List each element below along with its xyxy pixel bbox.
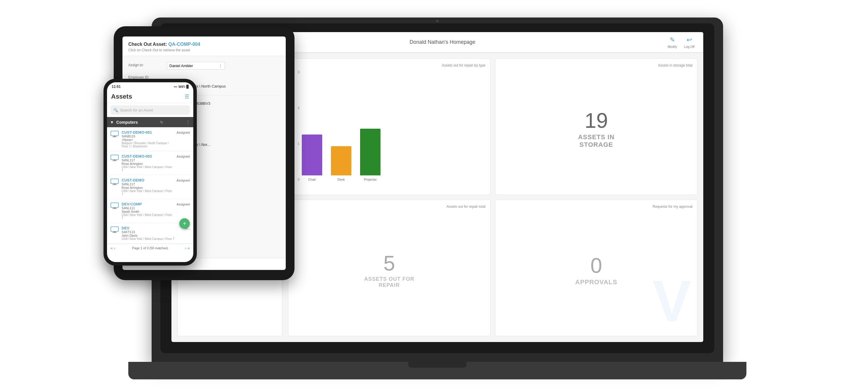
checkout-asset-link[interactable]: QA-COMP-004: [168, 42, 200, 47]
bar-desk: [331, 146, 351, 175]
asset-serial-5: S4KT113: [122, 230, 182, 234]
bar-projector-label: Projector: [364, 178, 377, 181]
svg-rect-30: [111, 203, 118, 207]
logoff-button[interactable]: ↩ Log Off: [684, 36, 694, 49]
approvals-label: APPROVALS: [575, 278, 617, 286]
phone-asset-info-5: DEV S4KT113 John Davis USA \ New York \ …: [122, 226, 182, 241]
asset-location-1: Belgium \ Brussels \ North Campus \ Floo…: [122, 142, 174, 148]
computer-icon-1: [111, 131, 119, 137]
scene: VIZOR Donald Nathan's Homepage ✎ Modify …: [0, 0, 868, 389]
phone-asset-item-4[interactable]: DEV-COMP S4NL111 Sarah Smith USA \ New Y…: [107, 199, 193, 223]
checkout-header: Check Out Asset: QA-COMP-004 Click on Ch…: [122, 36, 286, 56]
pagination-nav-left: « ‹: [111, 246, 115, 250]
asset-serial-2: S4NL117: [122, 159, 174, 162]
laptop-base: [128, 362, 746, 379]
svg-rect-34: [111, 227, 118, 231]
phone-signal: ▪▪▪: [174, 85, 177, 88]
phone-search-input[interactable]: 🔍 Search for an Asset: [111, 105, 190, 115]
asset-status-1: Assigned: [177, 130, 190, 134]
phone-time: 11:51: [112, 85, 121, 89]
phone-wifi: WiFi: [179, 85, 185, 88]
svg-rect-32: [112, 209, 117, 209]
phone-pagination: « ‹ Page 1 of 3 (50 matches) › »: [107, 244, 193, 252]
phone-category-name: Computers: [116, 120, 138, 124]
computer-icon-5: [111, 226, 119, 233]
asset-id-4: DEV-COMP: [122, 202, 174, 206]
widget-approvals-title: Requests for my approval: [500, 204, 692, 209]
pagination-next-btn[interactable]: ›: [185, 246, 187, 250]
phone-asset-item-3[interactable]: CUST-DEMO S4NL117 Rose Arrington USA \ N…: [107, 175, 193, 199]
phone-asset-info-3: CUST-DEMO S4NL117 Rose Arrington USA \ N…: [122, 178, 174, 196]
pagination-nav-right: › »: [185, 246, 190, 250]
svg-rect-26: [111, 179, 118, 183]
bar-desk-label: Desk: [337, 178, 345, 181]
computer-icon-4: [111, 202, 119, 209]
search-icon: 🔍: [114, 108, 118, 112]
chart-bar-projector: Projector: [360, 129, 380, 181]
phone-menu-icon[interactable]: ☰: [185, 93, 189, 100]
asset-assigned-4: Sarah Smith: [122, 210, 174, 213]
bar-projector: [360, 129, 380, 175]
pagination-first-btn[interactable]: «: [111, 246, 113, 250]
asset-location-3: USA \ New York \ West Campus \ Floor 7: [122, 189, 174, 196]
form-input-assign[interactable]: Daniel Ambler ⋮: [167, 62, 225, 70]
widget-storage-content: 19 ASSETS IN STORAGE: [500, 70, 692, 188]
widget-storage-title: Assets in storage total: [500, 63, 692, 67]
phone-title: Assets: [111, 93, 132, 101]
widget-storage: Assets in storage total 19 ASSETS IN STO…: [495, 58, 698, 195]
asset-assigned-1: <None>: [122, 138, 174, 142]
logoff-icon: ↩: [687, 36, 692, 44]
chart-y-axis: 3 2 1 0: [298, 70, 300, 181]
phone-category-bar[interactable]: ▼ Computers ↻ ⋮: [107, 117, 193, 127]
vizor-widgets: Assets out for repair by type 3 2 1 0: [288, 58, 698, 336]
widget-approvals: Requests for my approval 0 APPROVALS V: [495, 200, 698, 336]
asset-id-3: CUST-DEMO: [122, 178, 174, 183]
pagination-text: Page 1 of 3 (50 matches): [132, 246, 168, 250]
storage-number: 19: [585, 110, 608, 131]
phone-asset-item-2[interactable]: CUST-DEMO-003 S4NL117 Rose Arrington USA…: [107, 151, 193, 175]
asset-location-4: USA \ New York \ West Campus \ Floor 7: [122, 213, 174, 220]
category-refresh-icon[interactable]: ↻: [160, 120, 163, 124]
phone-asset-info-1: CUST-DEMO-001 S4NB115 <None> Belgium \ B…: [122, 130, 174, 148]
phone-fab-button[interactable]: +: [179, 218, 190, 229]
widget-approvals-content: 0 APPROVALS: [500, 212, 692, 330]
widget-repair-total: Assets out for repair total 5 ASSETS OUT…: [288, 200, 490, 336]
phone-search-placeholder: Search for an Asset: [120, 108, 153, 112]
form-input-assign-btn[interactable]: ⋮: [218, 63, 222, 68]
category-menu-icon[interactable]: ⋮: [186, 119, 190, 125]
widget-repair-content: 5 ASSETS OUT FOR REPAIR: [293, 212, 486, 330]
asset-id-2: CUST-DEMO-003: [122, 154, 174, 159]
svg-rect-36: [112, 232, 117, 233]
phone-asset-item-1[interactable]: CUST-DEMO-001 S4NB115 <None> Belgium \ B…: [107, 127, 193, 151]
form-input-assign-value: Daniel Ambler: [169, 64, 193, 68]
phone-battery: ▉: [186, 85, 189, 89]
svg-rect-18: [111, 131, 118, 135]
asset-serial-3: S4NL117: [122, 183, 174, 186]
phone-header: Assets ☰: [107, 91, 193, 103]
form-row-assign: Assign to: Daniel Ambler ⋮: [128, 62, 280, 70]
vizor-header-right: ✎ Modify ↩ Log Off: [668, 36, 694, 49]
chart-bar-desk: Desk: [331, 146, 351, 181]
asset-status-4: Assigned: [177, 202, 190, 206]
svg-rect-24: [112, 161, 117, 161]
widget-repair-by-type: Assets out for repair by type 3 2 1 0: [288, 58, 490, 195]
phone-asset-item-5[interactable]: DEV S4KT113 John Davis USA \ New York \ …: [107, 223, 193, 244]
bar-chair: [302, 135, 322, 175]
modify-button[interactable]: ✎ Modify: [668, 36, 677, 49]
asset-id-1: CUST-DEMO-001: [122, 130, 174, 135]
widget-repair-title: Assets out for repair by type: [293, 63, 486, 67]
chart-area: 3 2 1 0 Chair: [293, 70, 486, 190]
modify-icon: ✎: [670, 36, 675, 44]
pagination-last-btn[interactable]: »: [187, 246, 190, 250]
storage-label: ASSETS IN STORAGE: [578, 133, 614, 148]
phone-asset-info-2: CUST-DEMO-003 S4NL117 Rose Arrington USA…: [122, 154, 174, 172]
phone-category-left: ▼ Computers: [110, 120, 138, 124]
asset-location-5: USA \ New York \ West Campus \ Floor 7: [122, 237, 182, 241]
asset-serial-1: S4NB115: [122, 135, 174, 138]
form-label-assign: Assign to:: [128, 62, 163, 67]
phone-asset-list: CUST-DEMO-001 S4NB115 <None> Belgium \ B…: [107, 127, 193, 244]
chart-bar-chair: Chair: [302, 135, 322, 181]
pagination-prev-btn[interactable]: ‹: [114, 246, 116, 250]
repair-label: ASSETS OUT FOR REPAIR: [364, 276, 414, 288]
computer-icon-2: [111, 155, 119, 161]
